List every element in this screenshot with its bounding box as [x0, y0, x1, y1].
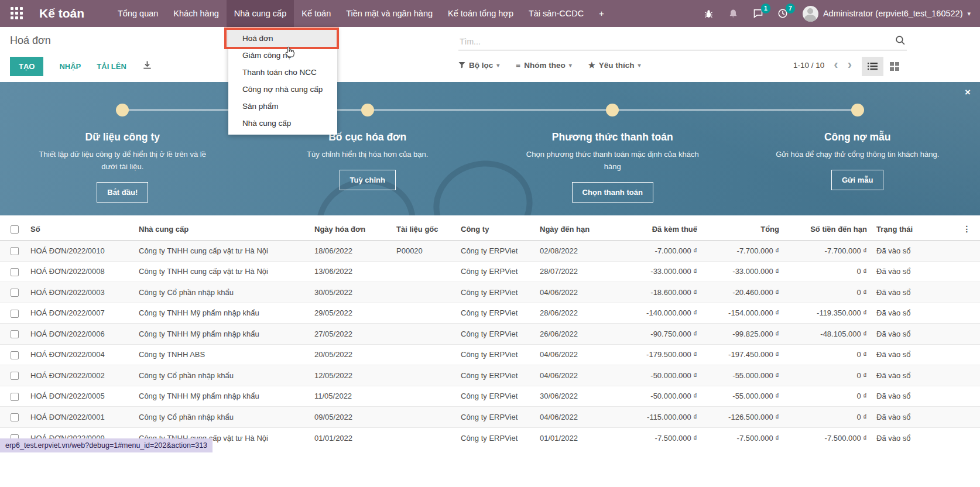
cell-company: Công ty ERPViet: [456, 282, 535, 303]
cell-status: Đã vào sổ: [872, 344, 954, 365]
export-download-icon[interactable]: [142, 60, 152, 73]
column-header-cong-ty[interactable]: Công ty: [456, 215, 535, 241]
row-checkbox[interactable]: [11, 393, 19, 401]
nav-item-item[interactable]: +: [591, 0, 611, 27]
cell-tax_incl: -33.000.000 ₫: [626, 261, 702, 282]
cell-invoice_date: 27/05/2022: [310, 324, 392, 345]
breadcrumb[interactable]: Hoá đơn: [10, 35, 51, 47]
kanban-view-button[interactable]: [883, 57, 905, 76]
favorites-dropdown[interactable]: ★ Yêu thích ▾: [588, 60, 641, 70]
column-header-ngay-hoa-don[interactable]: Ngày hóa đơn: [310, 215, 392, 241]
cell-vendor: Công ty TNHH Mỹ phẩm nhập khẩu: [134, 386, 310, 407]
notifications-bell-icon[interactable]: [723, 3, 744, 24]
nav-item-khach-hang[interactable]: Khách hàng: [166, 0, 226, 27]
group-by-dropdown[interactable]: ≡ Nhóm theo ▾: [516, 61, 571, 70]
column-header-ngay-den-han[interactable]: Ngày đến hạn: [535, 215, 626, 241]
step-title: Phương thức thanh toán: [552, 131, 673, 143]
invoice-row[interactable]: HOÁ ĐƠN/2022/0003Công ty Cổ phần nhập kh…: [0, 282, 980, 303]
create-button[interactable]: TẠO: [10, 57, 43, 76]
column-header-tong[interactable]: Tổng: [702, 215, 784, 241]
app-title[interactable]: Kế toán: [39, 6, 84, 20]
cell-number: HOÁ ĐƠN/2022/0003: [26, 282, 134, 303]
apps-grid-icon[interactable]: [11, 7, 24, 20]
cell-total: -126.500.000 ₫: [702, 407, 784, 428]
nav-item-ke-toan[interactable]: Kế toán: [294, 0, 338, 27]
dropdown-item-hoa-don[interactable]: Hoá đơn: [228, 30, 337, 47]
column-header-trang-thai[interactable]: Trạng thái: [872, 215, 954, 241]
cell-invoice_date: 09/05/2022: [310, 407, 392, 428]
cell-source_doc: [392, 324, 456, 345]
chevron-down-icon: ▾: [569, 62, 572, 68]
row-checkbox[interactable]: [11, 289, 19, 297]
nav-item-tai-san-ccdc[interactable]: Tài sản-CCDC: [521, 0, 591, 27]
list-view-button[interactable]: [862, 57, 883, 76]
step-button-bat-dau[interactable]: Bắt đầu!: [97, 182, 148, 203]
cell-number: HOÁ ĐƠN/2022/0004: [26, 344, 134, 365]
step-button-chon-thanh-toan[interactable]: Chọn thanh toán: [572, 182, 653, 203]
user-avatar: [803, 6, 818, 22]
cell-source_doc: P00020: [392, 241, 456, 262]
column-header-so[interactable]: Số: [26, 215, 134, 241]
cell-total: -20.460.000 ₫: [702, 282, 784, 303]
cell-tax_incl: -50.000.000 ₫: [626, 386, 702, 407]
messages-icon[interactable]: 1: [748, 3, 769, 24]
row-checkbox[interactable]: [11, 310, 19, 318]
upload-button[interactable]: TẢI LÊN: [97, 62, 126, 71]
row-checkbox[interactable]: [11, 372, 19, 380]
nav-item-tong-quan[interactable]: Tổng quan: [110, 0, 166, 27]
invoice-row[interactable]: HOÁ ĐƠN/2022/0006Công ty TNHH Mỹ phẩm nh…: [0, 324, 980, 345]
dropdown-item-giam-cong-no[interactable]: Giảm công nợ: [228, 47, 337, 64]
invoice-row[interactable]: HOÁ ĐƠN/2022/0007Công ty TNHH Mỹ phẩm nh…: [0, 303, 980, 324]
search-input[interactable]: [458, 36, 893, 47]
step-button-gui-mau[interactable]: Gửi mẫu: [831, 170, 883, 190]
invoice-row[interactable]: HOÁ ĐƠN/2022/0004Công ty TNHH ABS20/05/2…: [0, 344, 980, 365]
onboarding-step-du-lieu-cong-ty: Dữ liệu công tyThiết lập dữ liệu công ty…: [0, 104, 245, 215]
cell-vendor: Công ty Cổ phần nhập khẩu: [134, 365, 310, 386]
row-checkbox[interactable]: [11, 351, 19, 359]
dropdown-item-san-pham[interactable]: Sản phẩm: [228, 98, 337, 115]
optional-columns-kebab-icon[interactable]: ⋮: [954, 215, 980, 241]
onboarding-step-cong-no-mau: Công nợ mẫuGửi hóa để chạy thử cổng thôn…: [735, 104, 980, 215]
nav-item-nha-cung-cap[interactable]: Nhà cung cấp: [227, 0, 294, 27]
cell-invoice_date: 29/05/2022: [310, 303, 392, 324]
cell-spacer: [954, 365, 980, 386]
debug-bug-icon[interactable]: [698, 3, 719, 24]
activities-clock-icon[interactable]: 7: [772, 3, 793, 24]
row-checkbox[interactable]: [11, 330, 19, 338]
search-icon[interactable]: [893, 35, 907, 48]
step-dot: [606, 104, 619, 116]
cell-invoice_date: 30/05/2022: [310, 282, 392, 303]
cell-source_doc: [392, 427, 456, 448]
banner-close-icon[interactable]: ×: [965, 87, 971, 98]
column-header-tai-lieu-goc[interactable]: Tài liệu gốc: [392, 215, 456, 241]
invoice-row[interactable]: HOÁ ĐƠN/2022/0008Công ty TNHH cung cấp v…: [0, 261, 980, 282]
nav-item-tien-mat-va-ngan-hang[interactable]: Tiền mặt và ngân hàng: [338, 0, 440, 27]
nav-item-ke-toan-tong-hop[interactable]: Kế toán tổng hợp: [440, 0, 521, 27]
cell-status: Đã vào sổ: [872, 282, 954, 303]
column-header-so-tien-den-han[interactable]: Số tiền đến hạn: [784, 215, 872, 241]
column-header-nha-cung-cap[interactable]: Nhà cung cấp: [134, 215, 310, 241]
dropdown-item-nha-cung-cap[interactable]: Nhà cung cấp: [228, 115, 337, 132]
row-checkbox[interactable]: [11, 268, 19, 276]
invoice-row[interactable]: HOÁ ĐƠN/2022/0001Công ty Cổ phần nhập kh…: [0, 407, 980, 428]
cell-amount_due: 0 ₫: [784, 282, 872, 303]
invoice-row[interactable]: HOÁ ĐƠN/2022/0010Công ty TNHH cung cấp v…: [0, 241, 980, 262]
dropdown-item-cong-no-nha-cung-cap[interactable]: Công nợ nhà cung cấp: [228, 81, 337, 98]
step-title: Bố cục hóa đơn: [328, 131, 406, 143]
import-button[interactable]: NHẬP: [59, 62, 81, 71]
cell-total: -99.825.000 ₫: [702, 324, 784, 345]
filters-dropdown[interactable]: Bộ lọc ▾: [458, 61, 499, 70]
column-header-da-kem-thue[interactable]: Đã kèm thuế: [626, 215, 702, 241]
pager-next-button[interactable]: ›: [848, 60, 852, 70]
row-checkbox[interactable]: [11, 413, 19, 421]
dropdown-item-thanh-toan-cho-ncc[interactable]: Thanh toán cho NCC: [228, 64, 337, 81]
select-all-checkbox[interactable]: [11, 225, 19, 234]
row-checkbox[interactable]: [11, 247, 19, 255]
action-buttons: TẠO NHẬP TẢI LÊN: [10, 57, 152, 76]
user-menu[interactable]: Administrator (erpviet6_test_160522) ▾: [803, 6, 971, 22]
step-button-tuy-chinh[interactable]: Tuỳ chỉnh: [340, 170, 396, 190]
invoice-row[interactable]: HOÁ ĐƠN/2022/0002Công ty Cổ phần nhập kh…: [0, 365, 980, 386]
pager-previous-button[interactable]: ‹: [834, 60, 838, 70]
cell-status: Đã vào sổ: [872, 386, 954, 407]
invoice-row[interactable]: HOÁ ĐƠN/2022/0005Công ty TNHH Mỹ phẩm nh…: [0, 386, 980, 407]
